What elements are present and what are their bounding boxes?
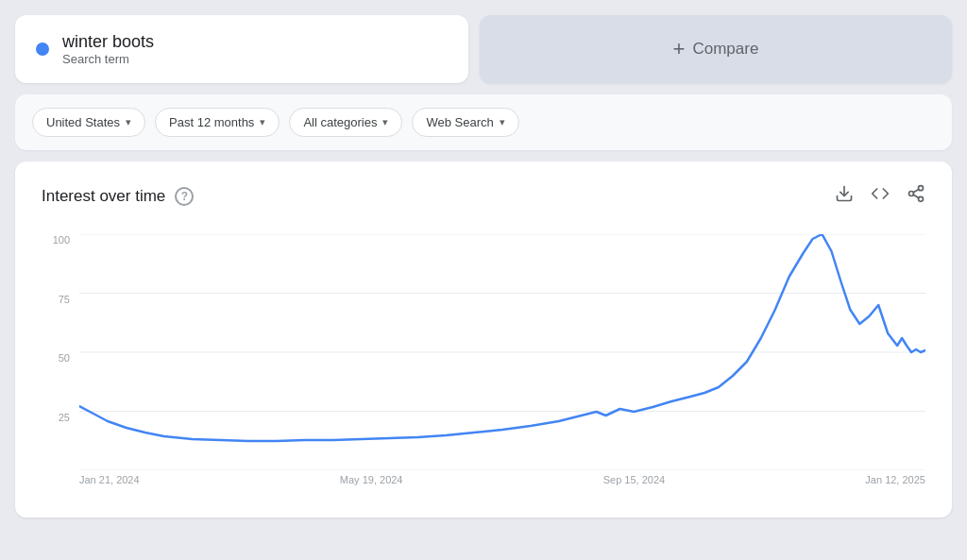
compare-plus-icon: + — [673, 39, 686, 59]
chevron-down-icon: ▾ — [126, 116, 131, 128]
chevron-down-icon: ▾ — [500, 116, 505, 128]
filter-category-label: All categories — [303, 115, 377, 129]
y-label-75: 75 — [59, 294, 76, 305]
x-label-sep2024: Sep 15, 2024 — [603, 474, 665, 485]
chart-card: Interest over time ? — [15, 161, 952, 518]
search-card: winter boots Search term — [15, 15, 468, 83]
filter-search-type[interactable]: Web Search ▾ — [412, 108, 518, 137]
filter-location-label: United States — [46, 115, 120, 129]
filter-location[interactable]: United States ▾ — [32, 108, 145, 137]
svg-line-4 — [913, 195, 919, 197]
compare-card[interactable]: + Compare — [480, 15, 952, 83]
y-axis-labels: 100 75 50 25 — [42, 234, 76, 470]
chart-inner — [79, 234, 925, 470]
filter-search-type-label: Web Search — [426, 115, 493, 129]
filters-section: United States ▾ Past 12 months ▾ All cat… — [15, 94, 952, 150]
chart-header: Interest over time ? — [42, 184, 925, 208]
chart-actions — [835, 184, 925, 208]
embed-button[interactable] — [871, 184, 890, 208]
chart-title-row: Interest over time ? — [42, 187, 194, 206]
help-icon[interactable]: ? — [175, 187, 194, 206]
chart-area: 100 75 50 25 Jan 21, 2024 — [42, 234, 925, 499]
filter-time-label: Past 12 months — [169, 115, 254, 129]
search-dot-icon — [36, 42, 49, 56]
line-chart-svg — [79, 234, 925, 470]
x-label-jan2024: Jan 21, 2024 — [79, 474, 140, 485]
filter-time[interactable]: Past 12 months ▾ — [155, 108, 280, 137]
search-info: winter boots Search term — [62, 32, 154, 66]
top-section: winter boots Search term + Compare — [15, 15, 952, 83]
svg-line-5 — [913, 189, 919, 192]
compare-label: Compare — [692, 40, 758, 59]
y-label-25: 25 — [59, 412, 76, 423]
trend-line — [79, 234, 925, 441]
chart-title: Interest over time — [42, 187, 165, 206]
y-label-100: 100 — [53, 234, 76, 246]
y-label-50: 50 — [59, 352, 76, 364]
chevron-down-icon: ▾ — [382, 116, 388, 128]
download-button[interactable] — [835, 184, 854, 208]
compare-inner: + Compare — [673, 39, 759, 59]
chevron-down-icon: ▾ — [260, 116, 265, 128]
filter-category[interactable]: All categories ▾ — [289, 108, 402, 137]
search-term: winter boots — [62, 32, 154, 52]
x-label-may2024: May 19, 2024 — [340, 474, 403, 485]
x-axis-labels: Jan 21, 2024 May 19, 2024 Sep 15, 2024 J… — [79, 474, 925, 499]
share-button[interactable] — [907, 184, 925, 208]
search-type-label: Search term — [62, 52, 154, 66]
x-label-jan2025: Jan 12, 2025 — [865, 474, 925, 485]
